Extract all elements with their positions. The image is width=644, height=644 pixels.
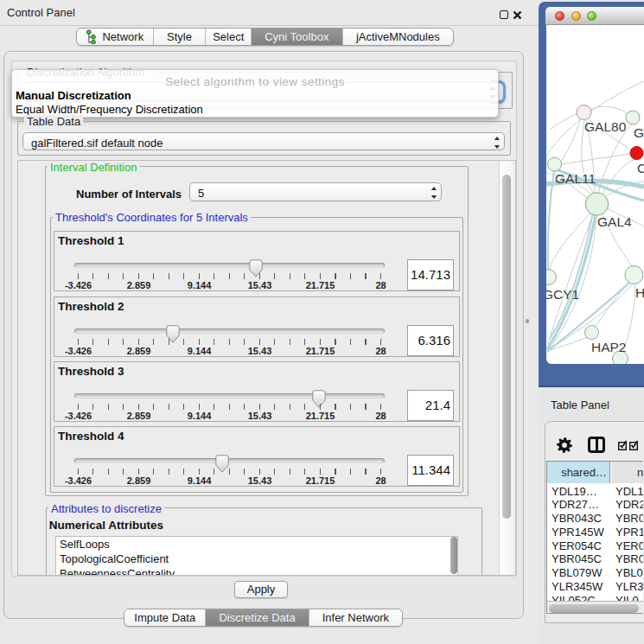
svg-text:HAP2: HAP2 bbox=[591, 340, 627, 354]
svg-text:H: H bbox=[635, 285, 644, 300]
svg-text:GAL80: GAL80 bbox=[584, 119, 627, 134]
svg-text:GCY1: GCY1 bbox=[546, 287, 579, 302]
svg-text:GA: GA bbox=[634, 125, 644, 140]
svg-text:GAL11: GAL11 bbox=[555, 171, 596, 186]
svg-text:GAL4: GAL4 bbox=[597, 214, 632, 229]
svg-text:C: C bbox=[637, 161, 644, 175]
